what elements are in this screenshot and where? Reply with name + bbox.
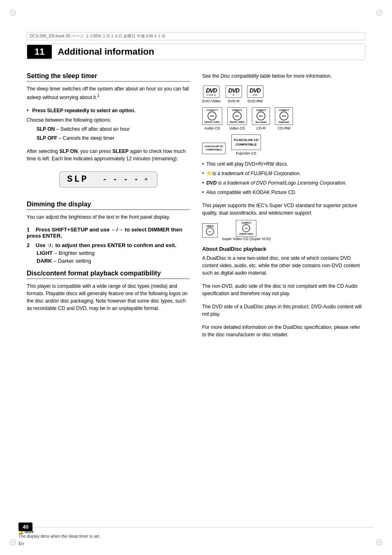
- slp-after-text: After selecting SLP ON, you can press SL…: [27, 148, 190, 162]
- sleep-timer-section: Setting the sleep timer The sleep timer …: [27, 72, 190, 193]
- note-bar: 🔔 Note The display dims when the sleep t…: [18, 527, 374, 539]
- slp-off-item: SLP OFF – Cancels the sleep timer: [37, 134, 190, 142]
- corner-mark-tr: [376, 9, 383, 16]
- note-content: 🔔 Note The display dims when the sleep t…: [18, 530, 374, 539]
- dualdisc-para1: A DualDisc is a new two-sided disc, one …: [202, 254, 365, 277]
- sleep-timer-instruction: • Press SLEEP repeatedly to select an op…: [27, 107, 190, 142]
- cd-logos-row: COMPACT disc DIGITAL AUDIO Audio CD COMP…: [202, 107, 365, 130]
- page: DCS-580_EN.book 40 ページ ２０08年２月２９日 金曜日 午後…: [0, 0, 392, 555]
- note-text: The display dims when the sleep timer is…: [18, 534, 100, 539]
- cd-rw-label: CD-RW: [278, 126, 291, 130]
- dvd-video-label: DVD-Video: [202, 99, 221, 103]
- dualdisc-para3: The DVD side of a DualDisc plays in this…: [202, 303, 365, 318]
- page-number: 40: [23, 524, 28, 530]
- disc-compat-section: Disc/content format playback compatibili…: [27, 270, 190, 312]
- audio-cd-logo: COMPACT disc DIGITAL AUDIO: [202, 107, 222, 125]
- fujicolor-row: FUJICOLOR CDCOMPATIBLE FUJICOLOR CDCOMPA…: [202, 134, 365, 155]
- audio-cd-label: Audio CD: [204, 126, 220, 130]
- svcd-label: Super Video CD (Super VCD): [222, 237, 271, 241]
- choose-text: Choose between the following options:: [27, 116, 190, 124]
- disc-compat-body: This player is compatible with a wide ra…: [27, 282, 190, 312]
- sleep-timer-intro: The sleep timer switches off the system …: [27, 85, 190, 101]
- header-bar: 11 Additional information: [27, 44, 365, 60]
- right-bullets: This unit will play DVD+R/+RW discs. 📁 i…: [202, 160, 365, 196]
- chapter-number: 11: [27, 45, 52, 59]
- svcd-intro: This player supports the IEC's Super VCD…: [202, 202, 365, 217]
- sleep-timer-title: Setting the sleep timer: [27, 72, 190, 82]
- dimming-section: Dimming the display You can adjust the b…: [27, 201, 190, 264]
- dvd-video-logo: DVD VIDEO: [203, 86, 219, 98]
- dark-item: DARK – Darker setting: [37, 258, 190, 264]
- svcd-video-cd: VIDEO CD: [202, 223, 218, 238]
- dualdisc-para4: For more detailed information on the Dua…: [202, 324, 365, 338]
- bullet-fuji: 📁 is a trademark of FUJIFILM Corporation…: [202, 170, 365, 177]
- left-column: Setting the sleep timer The sleep timer …: [27, 72, 190, 344]
- cd-r-logo-item: COMPACT disc Recordable CD-R: [252, 107, 270, 130]
- corner-mark-br: [376, 539, 383, 546]
- bullet-dvd-logo: DVD is a trademark of DVD Format/Logo Li…: [202, 179, 365, 187]
- video-cd-label: Video CD: [229, 126, 245, 130]
- dvd-rw-logo: DVD RW: [247, 86, 263, 98]
- video-cd-logo-item: COMPACT disc DIGITAL VIDEO Video CD: [227, 107, 247, 130]
- footnote-ref: 1: [97, 93, 99, 98]
- slp-options: SLP ON – Switches off after about an hou…: [32, 125, 190, 142]
- content-area: Setting the sleep timer The sleep timer …: [27, 72, 365, 344]
- corner-mark-bl: [9, 539, 16, 546]
- en-label: En: [18, 541, 24, 546]
- fujicolor-logo1: FUJICOLOR CDCOMPATIBLE: [202, 143, 226, 155]
- dvd-rw-logo-item: DVD RW DVD-RW: [247, 86, 263, 103]
- dvd-logos-row: DVD VIDEO DVD-Video DVD R DVD-R DV: [202, 86, 365, 103]
- dvd-rw-label: DVD-RW: [247, 99, 263, 103]
- dualdisc-title: About DualDisc playback: [202, 246, 365, 252]
- slp-display-box: SLP - - - - ☀: [59, 171, 157, 187]
- fujicolor-logo2: FUJICOLOR CDCOMPATIBLE Fujicolor CD: [231, 134, 261, 155]
- dimming-title: Dimming the display: [27, 201, 190, 210]
- dvd-r-label: DVD-R: [228, 99, 240, 103]
- cd-rw-logo-item: COMPACT disc ReWritable CD-RW: [275, 107, 293, 130]
- filepath-line: DCS-580_EN.book 40 ページ ２０08年２月２９日 金曜日 午後…: [27, 32, 365, 40]
- cd-rw-logo: COMPACT disc ReWritable: [275, 107, 293, 125]
- cd-r-logo: COMPACT disc Recordable: [252, 107, 270, 125]
- dimming-step2: 2 Use ↑/↓ to adjust then press ENTER to …: [27, 242, 190, 264]
- dualdisc-section: About DualDisc playback A DualDisc is a …: [202, 246, 365, 338]
- disc-compat-title: Disc/content format playback compatibili…: [27, 270, 190, 279]
- dvd-r-logo: DVD R: [226, 86, 242, 98]
- svcd-super-vcd: COMPACT disc SUPER VIDEO Super Video CD …: [222, 220, 271, 241]
- filepath-text: DCS-580_EN.book 40 ページ ２０08年２月２９日 金曜日 午後…: [30, 34, 166, 38]
- cd-circle: disc: [208, 111, 217, 120]
- right-column: See the Disc compatibility table below f…: [202, 72, 365, 344]
- dualdisc-para2: The non-DVD, audio side of the disc is n…: [202, 282, 365, 297]
- corner-mark-tl: [9, 9, 16, 16]
- svcd-section: This player supports the IEC's Super VCD…: [202, 202, 365, 241]
- video-cd-circle: disc: [233, 111, 242, 120]
- video-cd-logo: COMPACT disc DIGITAL VIDEO: [227, 107, 247, 125]
- slp-display-area: SLP - - - - ☀: [27, 168, 190, 193]
- bullet-dvd-rw: This unit will play DVD+R/+RW discs.: [202, 160, 365, 168]
- instruction-bold: Press SLEEP repeatedly to select an opti…: [32, 108, 136, 113]
- chapter-title: Additional information: [58, 46, 154, 57]
- cd-rw-circle: disc: [279, 111, 288, 120]
- audio-cd-logo-item: COMPACT disc DIGITAL AUDIO Audio CD: [202, 107, 222, 130]
- fujicolor-label: Fujicolor CD: [236, 151, 256, 155]
- page-number-box: 40: [18, 523, 32, 531]
- disc-compat-intro: See the Disc compatibility table below f…: [202, 72, 365, 80]
- dvd-video-logo-item: DVD VIDEO DVD-Video: [202, 86, 221, 103]
- slp-on-item: SLP ON – Switches off after about an hou…: [37, 125, 190, 133]
- cd-r-label: CD-R: [256, 126, 266, 130]
- dimming-intro: You can adjust the brightness of the tex…: [27, 213, 190, 221]
- dimming-step1: 1 Press SHIFT+SETUP and use ←/→ to selec…: [27, 227, 190, 239]
- bullet-kodak: Also compatible with KODAK Picture CD.: [202, 189, 365, 196]
- svcd-logos: VIDEO CD COMPACT disc: [202, 220, 365, 241]
- cd-r-circle: disc: [256, 111, 265, 120]
- light-item: LIGHT – Brighter setting: [37, 250, 190, 256]
- dvd-r-logo-item: DVD R DVD-R: [226, 86, 242, 103]
